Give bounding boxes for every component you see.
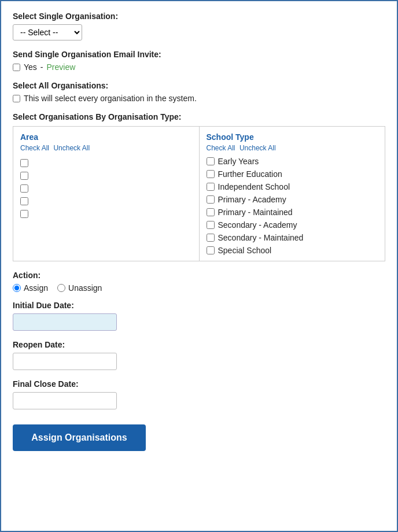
- send-email-section: Send Single Organisation Email Invite: Y…: [13, 50, 385, 72]
- area-checkbox-4[interactable]: [20, 197, 28, 205]
- select-by-type-section: Select Organisations By Organisation Typ…: [13, 112, 385, 261]
- area-panel: Area Check All Uncheck All: [13, 127, 200, 261]
- area-panel-title: Area: [20, 132, 192, 142]
- action-radio-row: Assign Unassign: [13, 283, 385, 293]
- select-all-hint: This will select every organisation in t…: [24, 94, 197, 103]
- school-type-label-4[interactable]: Primary - Maintained: [207, 208, 378, 217]
- assign-radio-label[interactable]: Assign: [13, 283, 48, 293]
- single-org-dropdown[interactable]: -- Select --: [13, 24, 82, 40]
- final-close-date-input[interactable]: [13, 392, 117, 409]
- school-type-label-6[interactable]: Secondary - Maintained: [207, 233, 378, 242]
- preview-link[interactable]: Preview: [47, 62, 76, 72]
- assign-radio-text: Assign: [24, 283, 48, 293]
- initial-due-date-input[interactable]: [13, 313, 117, 331]
- initial-due-date-section: Initial Due Date:: [13, 301, 385, 331]
- school-type-text-4: Primary - Maintained: [218, 208, 293, 217]
- select-single-org-section: Select Single Organisation: -- Select --: [13, 12, 385, 40]
- school-type-label-5[interactable]: Secondary - Academy: [207, 220, 378, 230]
- school-type-check-links: Check All Uncheck All: [207, 144, 378, 152]
- final-close-date-label: Final Close Date:: [13, 379, 385, 389]
- school-type-label-1[interactable]: Further Education: [207, 169, 378, 179]
- yes-label: Yes: [24, 62, 37, 72]
- assign-radio[interactable]: [13, 284, 21, 292]
- school-type-text-2: Independent School: [218, 182, 290, 191]
- initial-due-date-label: Initial Due Date:: [13, 301, 385, 310]
- school-type-label-7[interactable]: Special School: [207, 246, 378, 255]
- school-type-panel: School Type Check All Uncheck All Early …: [200, 127, 385, 261]
- send-email-checkbox[interactable]: [13, 64, 20, 71]
- unassign-radio-text: Unassign: [68, 283, 102, 293]
- send-email-label: Send Single Organisation Email Invite:: [13, 50, 385, 59]
- select-single-org-label: Select Single Organisation:: [13, 12, 385, 21]
- area-uncheck-all[interactable]: Uncheck All: [53, 144, 90, 152]
- school-type-text-1: Further Education: [218, 169, 282, 179]
- area-checkbox-5[interactable]: [20, 210, 28, 218]
- yes-preview-row: Yes - Preview: [13, 62, 385, 72]
- school-type-label-3[interactable]: Primary - Academy: [207, 195, 378, 204]
- reopen-date-section: Reopen Date:: [13, 340, 385, 370]
- area-checkbox-2[interactable]: [20, 172, 28, 180]
- school-type-text-3: Primary - Academy: [218, 195, 286, 204]
- select-by-type-label: Select Organisations By Organisation Typ…: [13, 112, 385, 121]
- area-checkbox-list: [20, 157, 192, 218]
- school-type-checkbox-3[interactable]: [207, 195, 215, 204]
- school-type-checkbox-6[interactable]: [207, 234, 215, 242]
- dash-separator: -: [40, 62, 43, 72]
- area-check-links: Check All Uncheck All: [20, 144, 192, 152]
- school-type-check-all[interactable]: Check All: [207, 144, 235, 152]
- area-checkbox-1[interactable]: [20, 159, 28, 167]
- select-all-orgs-label: Select All Organisations:: [13, 81, 385, 90]
- org-type-container: Area Check All Uncheck All School Type C…: [13, 126, 385, 261]
- school-type-label-0[interactable]: Early Years: [207, 157, 378, 166]
- school-type-checkbox-5[interactable]: [207, 221, 215, 229]
- school-type-uncheck-all[interactable]: Uncheck All: [239, 144, 276, 152]
- school-type-text-5: Secondary - Academy: [218, 220, 297, 230]
- unassign-radio[interactable]: [57, 284, 65, 292]
- reopen-date-label: Reopen Date:: [13, 340, 385, 349]
- school-type-list: Early YearsFurther EducationIndependent …: [207, 157, 378, 255]
- reopen-date-input[interactable]: [13, 353, 117, 370]
- school-type-checkbox-0[interactable]: [207, 157, 215, 165]
- final-close-date-section: Final Close Date:: [13, 379, 385, 409]
- unassign-radio-label[interactable]: Unassign: [57, 283, 102, 293]
- action-label: Action:: [13, 271, 385, 280]
- action-section: Action: Assign Unassign: [13, 271, 385, 293]
- school-type-text-7: Special School: [218, 246, 272, 255]
- school-type-checkbox-2[interactable]: [207, 183, 215, 191]
- area-check-all[interactable]: Check All: [20, 144, 49, 152]
- school-type-checkbox-4[interactable]: [207, 208, 215, 216]
- school-type-checkbox-7[interactable]: [207, 246, 215, 254]
- school-type-panel-title: School Type: [207, 132, 378, 142]
- assign-organisations-button[interactable]: Assign Organisations: [13, 424, 146, 451]
- select-all-row: This will select every organisation in t…: [13, 94, 385, 103]
- school-type-text-6: Secondary - Maintained: [218, 233, 304, 242]
- area-checkbox-3[interactable]: [20, 184, 28, 193]
- school-type-text-0: Early Years: [218, 157, 259, 166]
- select-all-checkbox[interactable]: [13, 95, 20, 102]
- assign-button-container: Assign Organisations: [13, 419, 385, 451]
- select-all-orgs-section: Select All Organisations: This will sele…: [13, 81, 385, 103]
- school-type-checkbox-1[interactable]: [207, 170, 215, 178]
- school-type-label-2[interactable]: Independent School: [207, 182, 378, 191]
